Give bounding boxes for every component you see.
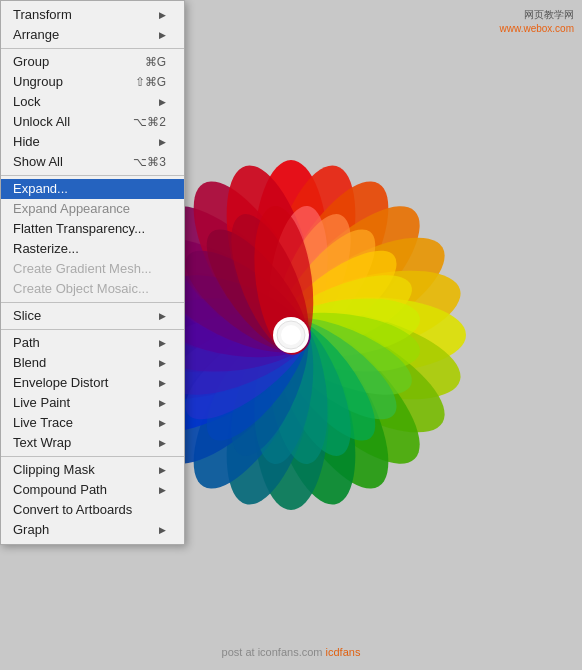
- menu-item-lock[interactable]: Lock: [1, 92, 184, 112]
- menu-item-path[interactable]: Path: [1, 333, 184, 353]
- menu-item-expand-appearance[interactable]: Expand Appearance: [1, 199, 184, 219]
- separator-3: [1, 302, 184, 303]
- menu-item-group[interactable]: Group ⌘G: [1, 52, 184, 72]
- menu-item-create-gradient-mesh[interactable]: Create Gradient Mesh...: [1, 259, 184, 279]
- menu-item-live-paint[interactable]: Live Paint: [1, 393, 184, 413]
- menu-item-compound-path[interactable]: Compound Path: [1, 480, 184, 500]
- separator-1: [1, 48, 184, 49]
- menu-item-create-object-mosaic[interactable]: Create Object Mosaic...: [1, 279, 184, 299]
- menu-item-graph[interactable]: Graph: [1, 520, 184, 540]
- menu-item-clipping-mask[interactable]: Clipping Mask: [1, 460, 184, 480]
- menu-item-ungroup[interactable]: Ungroup ⇧⌘G: [1, 72, 184, 92]
- separator-4: [1, 329, 184, 330]
- menu-item-expand[interactable]: Expand...: [1, 179, 184, 199]
- separator-2: [1, 175, 184, 176]
- menu-item-flatten-transparency[interactable]: Flatten Transparency...: [1, 219, 184, 239]
- credit-highlight: icdfans: [326, 646, 361, 658]
- separator-5: [1, 456, 184, 457]
- watermark-line1: 网页教学网: [500, 8, 574, 22]
- menu-item-blend[interactable]: Blend: [1, 353, 184, 373]
- menu-item-hide[interactable]: Hide: [1, 132, 184, 152]
- menu-item-show-all[interactable]: Show All ⌥⌘3: [1, 152, 184, 172]
- bottom-credit: post at iconfans.com icdfans: [0, 646, 582, 658]
- watermark: 网页教学网 www.webox.com: [500, 8, 574, 36]
- menu-item-transform[interactable]: Transform: [1, 5, 184, 25]
- watermark-line2: www.webox.com: [500, 22, 574, 36]
- menu-item-text-wrap[interactable]: Text Wrap: [1, 433, 184, 453]
- menu-item-convert-to-artboards[interactable]: Convert to Artboards: [1, 500, 184, 520]
- context-menu: Transform Arrange Group ⌘G Ungroup ⇧⌘G L…: [0, 0, 185, 545]
- menu-item-arrange[interactable]: Arrange: [1, 25, 184, 45]
- menu-item-envelope-distort[interactable]: Envelope Distort: [1, 373, 184, 393]
- menu-item-slice[interactable]: Slice: [1, 306, 184, 326]
- menu-item-live-trace[interactable]: Live Trace: [1, 413, 184, 433]
- menu-item-rasterize[interactable]: Rasterize...: [1, 239, 184, 259]
- menu-item-unlock-all[interactable]: Unlock All ⌥⌘2: [1, 112, 184, 132]
- svg-point-50: [281, 325, 301, 345]
